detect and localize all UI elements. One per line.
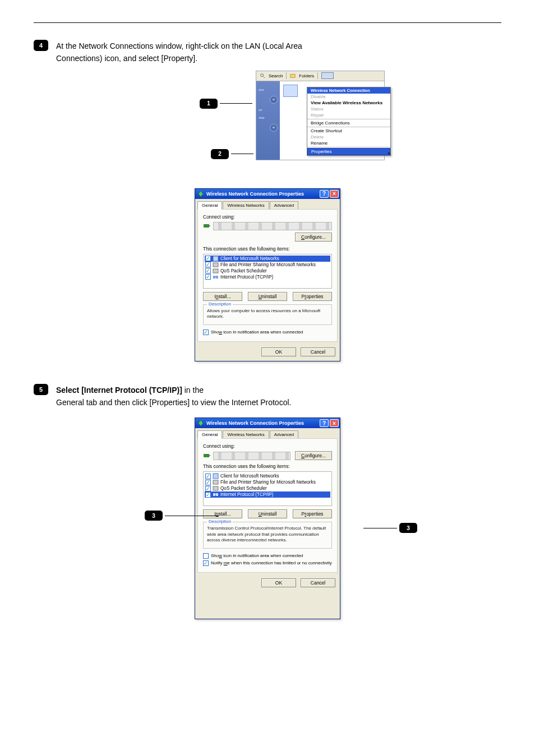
- configure-button[interactable]: Configure...: [295, 233, 332, 242]
- svg-rect-7: [213, 269, 218, 273]
- show-icon-checkbox[interactable]: [203, 553, 209, 559]
- connection-icon[interactable]: [283, 85, 298, 97]
- checkbox-icon[interactable]: ✓: [205, 492, 211, 498]
- item-qos[interactable]: ✓ QoS Packet Scheduler: [205, 485, 330, 491]
- cursor-icon: ↖: [388, 151, 391, 156]
- svg-rect-11: [204, 454, 209, 457]
- item-fileshare[interactable]: ✓ File and Printer Sharing for Microsoft…: [205, 479, 330, 485]
- tab-general[interactable]: General: [197, 430, 222, 439]
- help-button[interactable]: ?: [320, 419, 329, 427]
- collapse-icon-2[interactable]: «: [270, 124, 278, 132]
- tab-general[interactable]: General: [197, 201, 222, 210]
- close-button[interactable]: ×: [330, 190, 339, 198]
- step4-text: At the Network Connections window, right…: [56, 40, 348, 65]
- menu-rename[interactable]: Rename: [307, 140, 390, 146]
- side-txt1: ons: [259, 88, 278, 91]
- checkbox-icon[interactable]: ✓: [205, 268, 211, 273]
- tab-advanced[interactable]: Advanced: [270, 201, 299, 209]
- checkbox-icon[interactable]: ✓: [205, 256, 211, 261]
- checkbox-icon[interactable]: ✓: [205, 474, 211, 479]
- dialog-icon: [197, 191, 204, 197]
- notify-checkbox[interactable]: ✓: [203, 560, 209, 566]
- tab-wireless[interactable]: Wireless Networks: [223, 201, 269, 209]
- step5-text: Select [Internet Protocol (TCP/IP)] in t…: [56, 384, 291, 409]
- menu-view-networks[interactable]: View Available Wireless Networks: [307, 100, 390, 106]
- cancel-button[interactable]: Cancel: [301, 347, 335, 356]
- menu-shortcut[interactable]: Create Shortcut: [307, 128, 390, 134]
- item-fileshare-label: File and Printer Sharing for Microsoft N…: [220, 262, 316, 267]
- menu-status[interactable]: Status: [307, 106, 390, 112]
- svg-rect-14: [213, 480, 218, 484]
- svg-rect-8: [213, 276, 215, 279]
- item-qos[interactable]: ✓ QoS Packet Scheduler: [205, 268, 330, 274]
- step-number-5: 5: [34, 384, 48, 395]
- install-button[interactable]: Install...: [203, 292, 242, 301]
- tab-wireless[interactable]: Wireless Networks: [223, 430, 269, 438]
- item-qos-label: QoS Packet Scheduler: [220, 268, 267, 273]
- service-icon: [213, 262, 219, 268]
- uninstall-button[interactable]: Uninstall: [248, 292, 287, 301]
- adapter-field: [213, 452, 290, 460]
- tab-advanced[interactable]: Advanced: [270, 430, 299, 438]
- items-listbox[interactable]: ✓ Client for Microsoft Networks ✓ File a…: [203, 254, 332, 289]
- checkbox-icon[interactable]: ✓: [205, 480, 211, 485]
- ok-button[interactable]: OK: [261, 347, 296, 356]
- properties-button[interactable]: Properties: [293, 509, 332, 518]
- properties-dialog-1: Wireless Network Connection Properties ?…: [195, 188, 340, 361]
- callout-2: 2: [211, 149, 229, 159]
- callout-2-line: [231, 154, 253, 154]
- properties-button[interactable]: Properties: [293, 292, 332, 301]
- side-txt3: vice: [259, 116, 278, 119]
- dialog2-title: Wireless Network Connection Properties: [206, 420, 319, 426]
- item-tcpip[interactable]: ✓ Internet Protocol (TCP/IP): [205, 491, 330, 498]
- callout-3-right: 3: [399, 523, 417, 533]
- configure-button[interactable]: Configure...: [295, 451, 332, 460]
- checkbox-icon[interactable]: ✓: [205, 274, 211, 280]
- toolbar-search[interactable]: Search: [269, 73, 283, 78]
- close-button[interactable]: ×: [330, 419, 339, 427]
- item-tcpip[interactable]: ✓ Internet Protocol (TCP/IP): [205, 274, 330, 280]
- menu-delete[interactable]: Delete: [307, 134, 390, 140]
- checkbox-icon[interactable]: ✓: [205, 262, 211, 267]
- items-label: This connection uses the following items…: [203, 463, 332, 469]
- item-fileshare[interactable]: ✓ File and Printer Sharing for Microsoft…: [205, 262, 330, 268]
- description-text: Allows your computer to access resources…: [207, 308, 328, 320]
- toolbar-sep: [286, 72, 287, 79]
- svg-rect-15: [213, 486, 218, 490]
- protocol-icon: [213, 491, 219, 498]
- callout-3-right-line: [363, 528, 397, 528]
- help-button[interactable]: ?: [320, 190, 329, 198]
- callout-1-line: [220, 103, 252, 104]
- ok-button[interactable]: OK: [261, 578, 296, 587]
- menu-disable[interactable]: Disable: [307, 94, 390, 100]
- svg-rect-16: [213, 493, 215, 496]
- description-label: Description: [207, 519, 233, 524]
- show-icon-checkbox[interactable]: ✓: [203, 330, 209, 335]
- toolbar-sep2: [317, 72, 318, 79]
- menu-properties[interactable]: Properties: [307, 148, 390, 155]
- item-client[interactable]: ✓ Client for Microsoft Networks: [205, 473, 330, 479]
- svg-rect-5: [213, 256, 218, 261]
- item-client-label: Client for Microsoft Networks: [220, 474, 279, 479]
- svg-rect-4: [209, 225, 210, 226]
- item-qos-label: QoS Packet Scheduler: [220, 486, 267, 491]
- connect-using-label: Connect using:: [203, 443, 332, 449]
- callout-3-left: 3: [145, 511, 163, 521]
- uninstall-button[interactable]: Uninstall: [248, 509, 287, 518]
- collapse-icon[interactable]: «: [270, 96, 278, 104]
- explorer-window: Search Folders ons « on vice «: [256, 71, 385, 160]
- item-client-label: Client for Microsoft Networks: [220, 256, 279, 261]
- description-text: Transmission Control Protocol/Internet P…: [207, 526, 328, 543]
- show-icon-label: Show icon in notification area when conn…: [211, 330, 303, 335]
- menu-repair[interactable]: Repair: [307, 112, 390, 118]
- toolbar-folders[interactable]: Folders: [299, 73, 314, 78]
- items-listbox[interactable]: ✓ Client for Microsoft Networks ✓ File a…: [203, 471, 332, 506]
- service-icon: [213, 479, 219, 485]
- checkbox-icon[interactable]: ✓: [205, 486, 211, 491]
- items-label: This connection uses the following items…: [203, 246, 332, 252]
- svg-rect-17: [216, 493, 218, 496]
- cancel-button[interactable]: Cancel: [301, 578, 335, 587]
- menu-bridge[interactable]: Bridge Connections: [307, 120, 390, 126]
- item-client[interactable]: ✓ Client for Microsoft Networks: [205, 256, 330, 262]
- views-button[interactable]: [321, 72, 334, 79]
